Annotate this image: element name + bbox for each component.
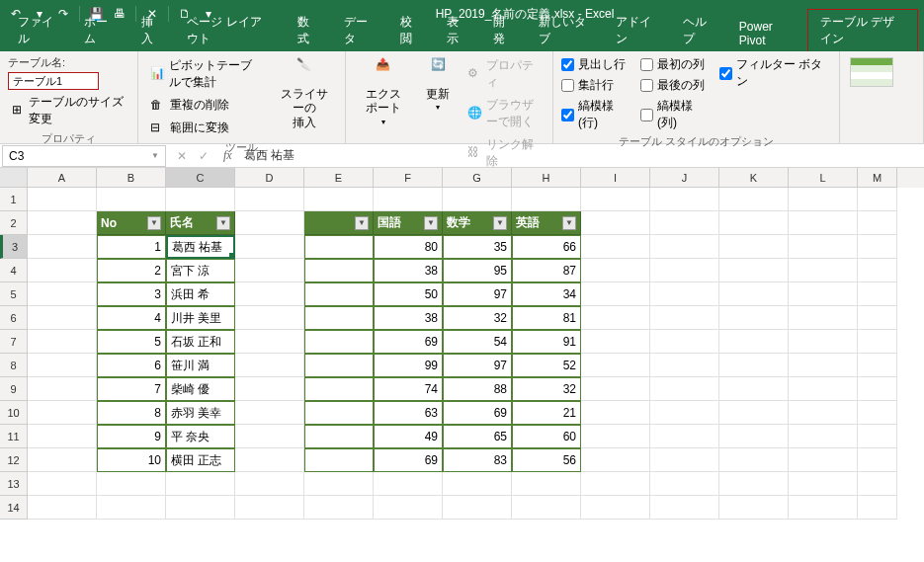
cell-M5[interactable] xyxy=(858,282,897,306)
cell-J10[interactable] xyxy=(650,401,719,425)
chk-band-row[interactable]: 縞模様 (行) xyxy=(561,97,634,132)
cell-G11[interactable]: 65 xyxy=(443,425,512,448)
dedupe-button[interactable]: 🗑重複の削除 xyxy=(146,95,266,116)
cell-K12[interactable] xyxy=(719,448,789,472)
chk-band-col[interactable]: 縞模様 (列) xyxy=(640,97,714,132)
cell-I1[interactable] xyxy=(581,188,650,211)
col-header-E[interactable]: E xyxy=(304,168,374,188)
cell-K4[interactable] xyxy=(719,259,789,282)
cell-E11[interactable] xyxy=(304,425,374,448)
cell-H1[interactable] xyxy=(512,188,581,211)
cell-K11[interactable] xyxy=(719,425,789,448)
cell-H6[interactable]: 81 xyxy=(512,306,581,330)
cell-C5[interactable]: 浜田 希 xyxy=(166,282,235,306)
cell-M14[interactable] xyxy=(858,496,897,520)
cell-A10[interactable] xyxy=(28,401,97,425)
style-swatch[interactable] xyxy=(850,57,893,87)
cell-F6[interactable]: 38 xyxy=(374,306,443,330)
cell-D12[interactable] xyxy=(235,448,304,472)
tab-ヘルプ[interactable]: ヘルプ xyxy=(671,10,725,51)
row-header-8[interactable]: 8 xyxy=(0,354,28,377)
refresh-button[interactable]: 🔄更新▾ xyxy=(418,55,458,115)
row-header-13[interactable]: 13 xyxy=(0,472,28,496)
select-all-corner[interactable] xyxy=(0,168,28,188)
cell-M12[interactable] xyxy=(858,448,897,472)
cell-B8[interactable]: 6 xyxy=(97,354,166,377)
cell-F7[interactable]: 69 xyxy=(374,330,443,354)
cell-M4[interactable] xyxy=(858,259,897,282)
cell-G7[interactable]: 54 xyxy=(443,330,512,354)
cell-L6[interactable] xyxy=(789,306,858,330)
col-header-B[interactable]: B xyxy=(97,168,166,188)
cell-L7[interactable] xyxy=(789,330,858,354)
row-header-11[interactable]: 11 xyxy=(0,425,28,448)
row-header-3[interactable]: 3 xyxy=(0,235,28,259)
tab-Power Pivot[interactable]: Power Pivot xyxy=(727,16,805,51)
cell-C12[interactable]: 横田 正志 xyxy=(166,448,235,472)
cell-I14[interactable] xyxy=(581,496,650,520)
cell-F1[interactable] xyxy=(374,188,443,211)
tab-数式[interactable]: 数式 xyxy=(286,10,330,51)
range-button[interactable]: ⊟範囲に変換 xyxy=(146,118,266,138)
cell-J11[interactable] xyxy=(650,425,719,448)
cell-C10[interactable]: 赤羽 美幸 xyxy=(166,401,235,425)
cell-I9[interactable] xyxy=(581,377,650,401)
cell-D10[interactable] xyxy=(235,401,304,425)
row-header-6[interactable]: 6 xyxy=(0,306,28,330)
spreadsheet-grid[interactable]: ABCDEFGHIJKLM 12No▼氏名▼▼国語▼数学▼英語▼31葛西 祐基8… xyxy=(0,168,924,520)
col-header-A[interactable]: A xyxy=(28,168,97,188)
cell-M9[interactable] xyxy=(858,377,897,401)
cell-B4[interactable]: 2 xyxy=(97,259,166,282)
row-header-10[interactable]: 10 xyxy=(0,401,28,425)
cell-C14[interactable] xyxy=(166,496,235,520)
col-header-C[interactable]: C xyxy=(166,168,235,188)
cell-B11[interactable]: 9 xyxy=(97,425,166,448)
cell-A14[interactable] xyxy=(28,496,97,520)
cell-M6[interactable] xyxy=(858,306,897,330)
col-header-H[interactable]: H xyxy=(512,168,581,188)
cell-G12[interactable]: 83 xyxy=(443,448,512,472)
cell-D6[interactable] xyxy=(235,306,304,330)
cell-A4[interactable] xyxy=(28,259,97,282)
cell-G6[interactable]: 32 xyxy=(443,306,512,330)
cell-H11[interactable]: 60 xyxy=(512,425,581,448)
cell-E12[interactable] xyxy=(304,448,374,472)
row-header-5[interactable]: 5 xyxy=(0,282,28,306)
cell-B14[interactable] xyxy=(97,496,166,520)
cell-B6[interactable]: 4 xyxy=(97,306,166,330)
cell-F4[interactable]: 38 xyxy=(374,259,443,282)
cell-B10[interactable]: 8 xyxy=(97,401,166,425)
row-header-4[interactable]: 4 xyxy=(0,259,28,282)
cell-A5[interactable] xyxy=(28,282,97,306)
cell-A9[interactable] xyxy=(28,377,97,401)
cell-C13[interactable] xyxy=(166,472,235,496)
col-header-M[interactable]: M xyxy=(858,168,897,188)
cell-L11[interactable] xyxy=(789,425,858,448)
cell-F12[interactable]: 69 xyxy=(374,448,443,472)
cell-G1[interactable] xyxy=(443,188,512,211)
cell-A1[interactable] xyxy=(28,188,97,211)
cell-B12[interactable]: 10 xyxy=(97,448,166,472)
cell-I4[interactable] xyxy=(581,259,650,282)
col-header-L[interactable]: L xyxy=(789,168,858,188)
col-header-I[interactable]: I xyxy=(581,168,650,188)
cell-E8[interactable] xyxy=(304,354,374,377)
cell-B9[interactable]: 7 xyxy=(97,377,166,401)
chk-total[interactable]: 集計行 xyxy=(561,76,634,95)
cell-E3[interactable] xyxy=(304,235,374,259)
name-box[interactable]: C3 ▼ xyxy=(2,145,166,167)
cell-M8[interactable] xyxy=(858,354,897,377)
cell-L3[interactable] xyxy=(789,235,858,259)
tab-表示[interactable]: 表示 xyxy=(435,10,479,51)
cell-D5[interactable] xyxy=(235,282,304,306)
cell-D8[interactable] xyxy=(235,354,304,377)
cell-J5[interactable] xyxy=(650,282,719,306)
cell-I2[interactable] xyxy=(581,211,650,235)
cell-K1[interactable] xyxy=(719,188,789,211)
cell-C2[interactable]: 氏名▼ xyxy=(166,211,235,235)
row-header-1[interactable]: 1 xyxy=(0,188,28,211)
cell-E7[interactable] xyxy=(304,330,374,354)
cell-F9[interactable]: 74 xyxy=(374,377,443,401)
cell-C1[interactable] xyxy=(166,188,235,211)
row-header-14[interactable]: 14 xyxy=(0,496,28,520)
